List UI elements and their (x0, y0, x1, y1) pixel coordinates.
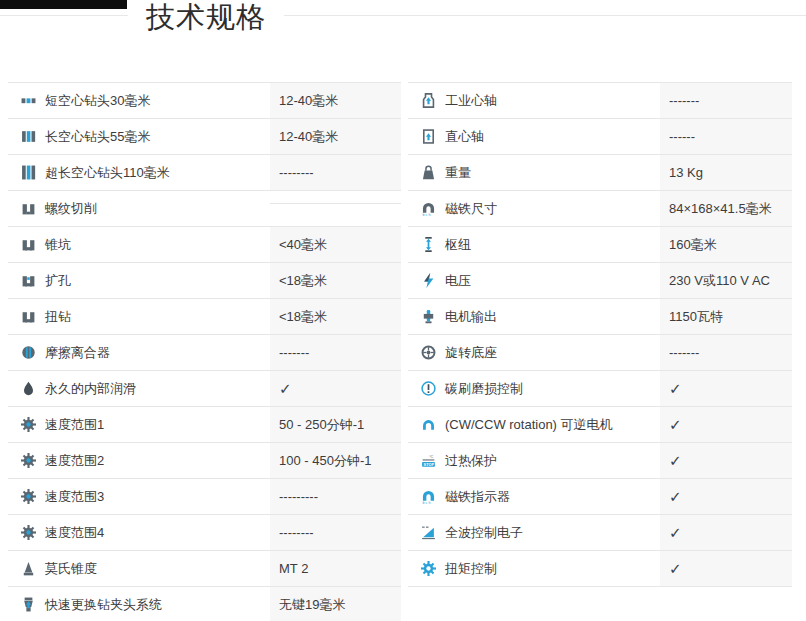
table-row: 扭钻<18毫米 (8, 299, 401, 335)
long-core-drill-icon (20, 129, 36, 144)
table-row: 速度范围4-------- (8, 515, 401, 551)
spec-value-cell (270, 191, 401, 226)
torque-control-icon (420, 561, 436, 576)
table-row: b c h磁铁指示器✓ (408, 479, 792, 515)
spec-label-cell: 短空心钻头30毫米 (8, 83, 270, 118)
table-row: 电压230 V或110 V AC (408, 263, 792, 299)
spec-value-cell: ------- (660, 83, 792, 118)
gear-icon (20, 453, 36, 468)
spec-value-cell: -------- (270, 515, 401, 550)
rotating-base-icon (420, 345, 436, 360)
table-row: 全波控制电子✓ (408, 515, 792, 551)
spec-label-cell: 锥坑 (8, 227, 270, 262)
spec-label: 电机输出 (445, 308, 497, 326)
table-row: 速度范围3--------- (8, 479, 401, 515)
spec-label-cell: 永久的内部润滑 (8, 371, 270, 406)
spec-label-cell: 直心轴 (408, 119, 660, 154)
spec-label-cell: (CW/CCW rotation) 可逆电机 (408, 407, 660, 442)
quick-change-chuck-icon (20, 597, 36, 612)
friction-clutch-icon (20, 345, 36, 360)
spec-table-right: 工业心轴-------直心轴------重量13 Kgb c h磁铁尺寸84×1… (408, 82, 792, 621)
table-row: 旋转底座------- (408, 335, 792, 371)
electronics-icon (420, 525, 436, 540)
spec-label: 扭钻 (45, 308, 71, 326)
table-row: 扩孔<18毫米 (8, 263, 401, 299)
spec-value-cell: 无键19毫米 (270, 587, 401, 621)
spec-label-cell: 摩擦离合器 (8, 335, 270, 370)
spec-value-cell: 230 V或110 V AC (660, 263, 792, 298)
spec-label: 扩孔 (45, 272, 71, 290)
lubrication-drop-icon (20, 381, 36, 396)
spec-tables: 短空心钻头30毫米12-40毫米长空心钻头55毫米12-40毫米超长空心钻头11… (8, 82, 792, 621)
spec-label-cell: 速度范围1 (8, 407, 270, 442)
spec-label: 速度范围1 (45, 416, 104, 434)
spec-value-cell: ✓ (660, 407, 792, 442)
table-row: 莫氏锥度MT 2 (8, 551, 401, 587)
spec-label: 短空心钻头30毫米 (45, 92, 150, 110)
overheat-protection-icon: °CSTOP (420, 453, 436, 468)
table-row: b c h磁铁尺寸84×168×41.5毫米 (408, 191, 792, 227)
magnet-indicator-icon: b c h (420, 489, 436, 504)
countersink-icon (20, 237, 36, 252)
spec-label-cell: 扭矩控制 (408, 551, 660, 586)
spec-label: 莫氏锥度 (45, 560, 97, 578)
voltage-icon (420, 273, 436, 288)
spec-value-cell: ------- (270, 335, 401, 370)
table-row: 枢纽160毫米 (408, 227, 792, 263)
table-row: 速度范围150 - 250分钟-1 (8, 407, 401, 443)
spec-label-cell: 枢纽 (408, 227, 660, 262)
spec-label: 直心轴 (445, 128, 484, 146)
spec-value-cell: 12-40毫米 (270, 83, 401, 118)
morse-taper-icon (20, 561, 36, 576)
spec-label-cell: 全波控制电子 (408, 515, 660, 550)
spec-value-cell: ✓ (660, 515, 792, 550)
spec-label: 速度范围4 (45, 524, 104, 542)
table-row: 长空心钻头55毫米12-40毫米 (8, 119, 401, 155)
header-bar-fragment (0, 0, 127, 9)
spec-label: 速度范围2 (45, 452, 104, 470)
twist-drill-icon (20, 309, 36, 324)
spec-label-cell: 速度范围4 (8, 515, 270, 550)
weight-icon (420, 165, 436, 180)
table-row: 摩擦离合器------- (8, 335, 401, 371)
spec-value-cell: 12-40毫米 (270, 119, 401, 154)
table-row: 锥坑<40毫米 (8, 227, 401, 263)
spec-label: 磁铁尺寸 (445, 200, 497, 218)
spec-value-cell: 1150瓦特 (660, 299, 792, 334)
table-row: 碳刷磨损控制✓ (408, 371, 792, 407)
spec-value-cell: ✓ (660, 479, 792, 514)
spec-value-cell: ✓ (270, 371, 401, 406)
spec-label: (CW/CCW rotation) 可逆电机 (445, 416, 613, 434)
svg-text:b c h: b c h (422, 501, 430, 504)
thread-cutting-icon (20, 201, 36, 216)
spec-value-cell: ✓ (660, 371, 792, 406)
table-row: 电机输出1150瓦特 (408, 299, 792, 335)
spec-label: 锥坑 (45, 236, 71, 254)
spec-value-cell: MT 2 (270, 551, 401, 586)
spec-value-cell: 13 Kg (660, 155, 792, 190)
spec-label: 重量 (445, 164, 471, 182)
spec-label: 长空心钻头55毫米 (45, 128, 150, 146)
spec-label-cell: 旋转底座 (408, 335, 660, 370)
reaming-icon (20, 273, 36, 288)
header-divider (0, 15, 806, 16)
spec-label-cell: 碳刷磨损控制 (408, 371, 660, 406)
spec-label: 超长空心钻头110毫米 (45, 164, 170, 182)
short-core-drill-icon (20, 93, 36, 108)
spec-value-cell: ------ (660, 119, 792, 154)
spec-value-cell: ------- (660, 335, 792, 370)
spec-label: 旋转底座 (445, 344, 497, 362)
svg-text:STOP: STOP (423, 463, 434, 467)
spec-value-cell: <18毫米 (270, 299, 401, 334)
page-title: 技术规格 (128, 1, 284, 34)
spec-label-cell: 扭钻 (8, 299, 270, 334)
spec-value-cell: <40毫米 (270, 227, 401, 262)
spec-value-cell: 160毫米 (660, 227, 792, 262)
spec-label: 摩擦离合器 (45, 344, 110, 362)
spec-value-cell: 50 - 250分钟-1 (270, 407, 401, 442)
spec-label-cell: 速度范围3 (8, 479, 270, 514)
stroke-icon (420, 237, 436, 252)
table-row: 扭矩控制✓ (408, 551, 792, 587)
spec-label-cell: 快速更换钻夹头系统 (8, 587, 270, 621)
spec-label-cell: 长空心钻头55毫米 (8, 119, 270, 154)
